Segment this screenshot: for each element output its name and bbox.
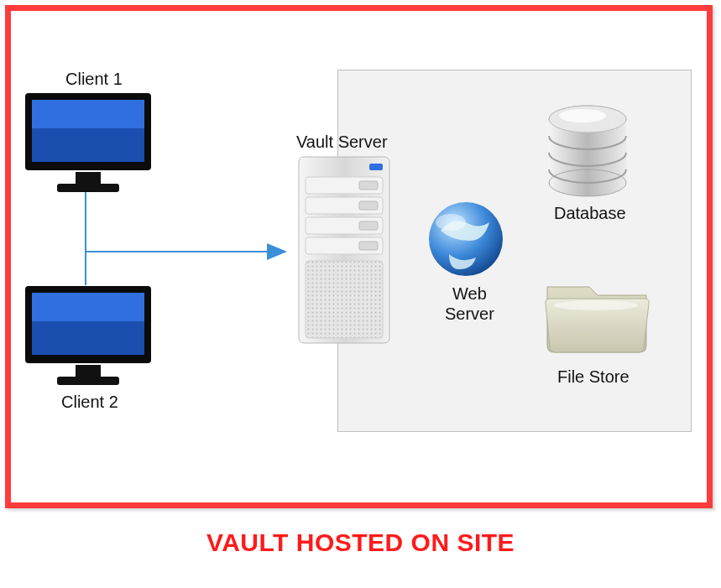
svg-rect-24: [306, 261, 383, 338]
file-store-label: File Store: [557, 367, 630, 387]
svg-rect-11: [57, 377, 119, 385]
svg-point-32: [554, 300, 638, 310]
svg-rect-10: [76, 365, 101, 377]
web-server-label-line1: Web: [452, 284, 487, 303]
svg-rect-15: [369, 164, 383, 170]
svg-rect-19: [359, 201, 378, 210]
svg-rect-17: [359, 181, 378, 190]
database-icon: [537, 101, 638, 201]
client2-label: Client 2: [61, 393, 118, 412]
vault-server-label: Vault Server: [296, 133, 388, 152]
diagram-stage: Client 1 Client 2 Vault Server: [0, 0, 721, 588]
svg-rect-21: [359, 221, 378, 230]
svg-rect-6: [57, 184, 119, 192]
svg-rect-4: [32, 100, 144, 128]
web-server-label-line2: Server: [445, 304, 494, 323]
database-label: Database: [554, 204, 626, 223]
client1-label: Client 1: [65, 70, 123, 89]
diagram-caption: VAULT HOSTED ON SITE: [0, 528, 721, 557]
server-rack-icon: [294, 155, 394, 348]
folder-icon: [537, 268, 655, 361]
svg-rect-5: [76, 172, 101, 184]
svg-point-31: [559, 109, 606, 122]
svg-rect-23: [359, 242, 378, 250]
svg-rect-9: [32, 293, 144, 321]
svg-point-26: [436, 214, 466, 231]
globe-icon: [424, 197, 508, 281]
monitor-icon: [17, 88, 159, 197]
monitor-icon: [17, 281, 159, 390]
